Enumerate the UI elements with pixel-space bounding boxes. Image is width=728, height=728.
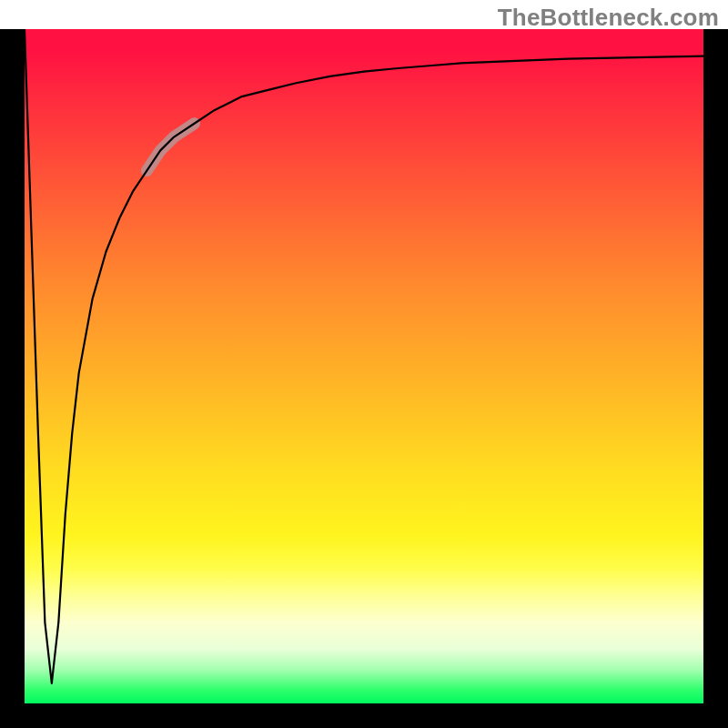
curve-svg bbox=[25, 29, 703, 703]
watermark-text: TheBottleneck.com bbox=[498, 4, 719, 32]
highlight-segment bbox=[147, 124, 194, 171]
chart-container: TheBottleneck.com bbox=[0, 0, 728, 728]
bottleneck-curve bbox=[25, 29, 703, 683]
chart-frame bbox=[0, 29, 728, 728]
plot-area bbox=[25, 29, 703, 703]
